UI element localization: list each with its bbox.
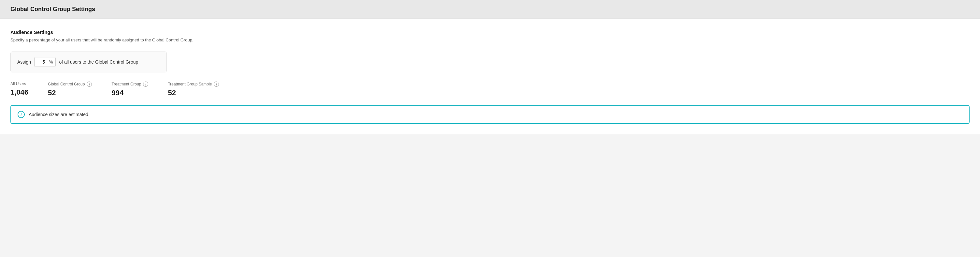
stat-item-treatment-group-sample: Treatment Group Sample i 52 [168, 81, 219, 97]
info-banner: i Audience sizes are estimated. [10, 105, 970, 124]
info-icon-tg[interactable]: i [143, 81, 148, 87]
stat-item-global-control-group: Global Control Group i 52 [48, 81, 92, 97]
info-banner-icon: i [18, 111, 25, 118]
section-title: Audience Settings [10, 29, 970, 35]
stat-label-treatment-group-sample: Treatment Group Sample i [168, 81, 219, 87]
stats-row: All Users 1,046 Global Control Group i 5… [10, 81, 970, 97]
assign-row: Assign % of all users to the Global Cont… [10, 51, 167, 72]
stat-label-text-all-users: All Users [10, 81, 26, 86]
stat-value-all-users: 1,046 [10, 88, 29, 97]
audience-settings-section: Audience Settings Specify a percentage o… [10, 29, 970, 97]
assign-label: Assign [17, 59, 31, 65]
stat-label-text-gcg: Global Control Group [48, 82, 85, 86]
stat-item-treatment-group: Treatment Group i 994 [111, 81, 148, 97]
percent-symbol: % [48, 57, 56, 67]
page-content: Audience Settings Specify a percentage o… [0, 19, 980, 134]
stat-label-text-tgs: Treatment Group Sample [168, 82, 212, 86]
info-banner-text: Audience sizes are estimated. [29, 112, 90, 117]
section-description: Specify a percentage of your all users t… [10, 38, 970, 42]
stat-value-gcg: 52 [48, 89, 92, 97]
assign-input[interactable] [35, 57, 48, 67]
stat-label-all-users: All Users [10, 81, 29, 86]
page-header: Global Control Group Settings [0, 0, 980, 19]
stat-item-all-users: All Users 1,046 [10, 81, 29, 97]
stat-label-treatment-group: Treatment Group i [111, 81, 148, 87]
stat-value-tg: 994 [111, 89, 148, 97]
assign-text: of all users to the Global Control Group [59, 59, 138, 65]
stat-value-tgs: 52 [168, 89, 219, 97]
assign-input-wrapper: % [34, 57, 56, 67]
stat-label-global-control-group: Global Control Group i [48, 81, 92, 87]
info-icon-gcg[interactable]: i [87, 81, 92, 87]
page-title: Global Control Group Settings [10, 6, 970, 13]
stat-label-text-tg: Treatment Group [111, 82, 141, 86]
info-icon-tgs[interactable]: i [214, 81, 219, 87]
